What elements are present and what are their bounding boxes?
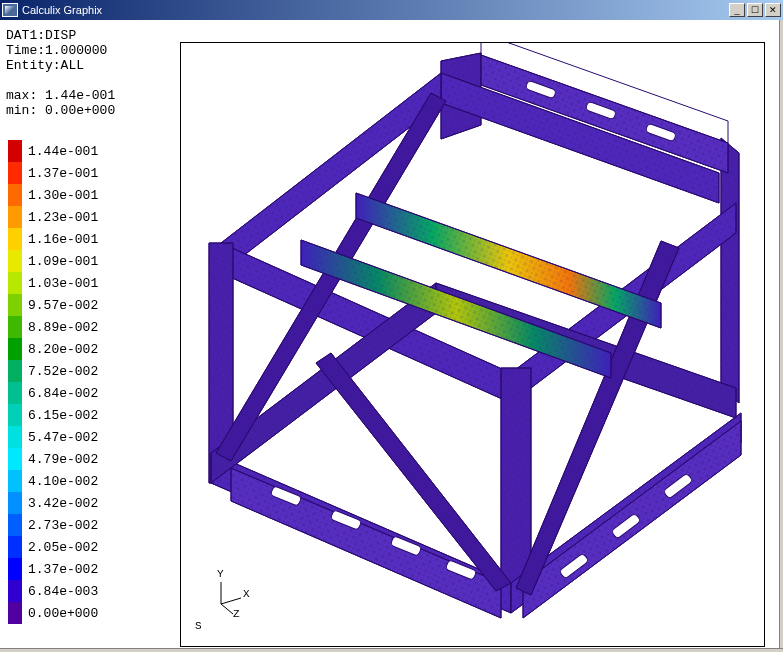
legend-row: 1.03e-001: [8, 272, 98, 294]
legend-swatch: [8, 184, 22, 206]
legend-swatch: [8, 162, 22, 184]
axis-x-label: X: [243, 588, 250, 600]
legend-value-label: 6.84e-002: [28, 386, 98, 401]
legend-value-label: 4.79e-002: [28, 452, 98, 467]
orientation-s-label: S: [195, 620, 202, 632]
axis-z-label: Z: [233, 608, 240, 620]
window-border-right: [779, 20, 783, 652]
legend-swatch: [8, 514, 22, 536]
legend-row: 1.44e-001: [8, 140, 98, 162]
legend-value-label: 1.37e-001: [28, 166, 98, 181]
legend-swatch: [8, 492, 22, 514]
legend-swatch: [8, 448, 22, 470]
legend-row: 2.73e-002: [8, 514, 98, 536]
legend-value-label: 1.30e-001: [28, 188, 98, 203]
legend-value-label: 3.42e-002: [28, 496, 98, 511]
legend-swatch: [8, 140, 22, 162]
axis-y-label: Y: [217, 568, 224, 580]
legend-value-label: 6.84e-003: [28, 584, 98, 599]
legend-value-label: 8.20e-002: [28, 342, 98, 357]
maximize-button[interactable]: ☐: [747, 3, 763, 17]
legend-swatch: [8, 602, 22, 624]
legend-value-label: 1.37e-002: [28, 562, 98, 577]
min-label: min: 0.00e+000: [6, 103, 115, 118]
legend-row: 2.05e-002: [8, 536, 98, 558]
legend-row: 3.42e-002: [8, 492, 98, 514]
minimize-button[interactable]: _: [729, 3, 745, 17]
model-viewport[interactable]: [180, 42, 765, 647]
legend-swatch: [8, 250, 22, 272]
legend-swatch: [8, 206, 22, 228]
legend-value-label: 1.16e-001: [28, 232, 98, 247]
window-title: Calculix Graphix: [22, 4, 729, 16]
max-label: max: 1.44e-001: [6, 88, 115, 103]
legend-value-label: 0.00e+000: [28, 606, 98, 621]
legend-row: 1.16e-001: [8, 228, 98, 250]
svg-line-13: [221, 604, 233, 614]
legend-row: 0.00e+000: [8, 602, 98, 624]
legend-row: 1.09e-001: [8, 250, 98, 272]
legend-value-label: 7.52e-002: [28, 364, 98, 379]
legend-row: 1.23e-001: [8, 206, 98, 228]
legend-swatch: [8, 228, 22, 250]
legend-row: 1.37e-001: [8, 162, 98, 184]
legend-swatch: [8, 470, 22, 492]
legend-swatch: [8, 360, 22, 382]
legend-value-label: 2.05e-002: [28, 540, 98, 555]
legend-value-label: 1.44e-001: [28, 144, 98, 159]
legend-value-label: 5.47e-002: [28, 430, 98, 445]
legend-row: 6.84e-002: [8, 382, 98, 404]
legend-swatch: [8, 558, 22, 580]
legend-row: 6.84e-003: [8, 580, 98, 602]
svg-line-12: [221, 598, 241, 604]
legend-swatch: [8, 580, 22, 602]
legend-swatch: [8, 536, 22, 558]
window-button-group: _ ☐ ✕: [729, 3, 781, 17]
legend-swatch: [8, 382, 22, 404]
legend-value-label: 1.23e-001: [28, 210, 98, 225]
legend-row: 5.47e-002: [8, 426, 98, 448]
legend-row: 8.20e-002: [8, 338, 98, 360]
result-info: DAT1:DISP Time:1.000000 Entity:ALL max: …: [6, 28, 115, 118]
legend-row: 6.15e-002: [8, 404, 98, 426]
color-legend: 1.44e-0011.37e-0011.30e-0011.23e-0011.16…: [8, 140, 98, 624]
legend-value-label: 9.57e-002: [28, 298, 98, 313]
entity-label: Entity:ALL: [6, 58, 84, 73]
legend-swatch: [8, 316, 22, 338]
legend-value-label: 6.15e-002: [28, 408, 98, 423]
dataset-label: DAT1:DISP: [6, 28, 76, 43]
legend-swatch: [8, 426, 22, 448]
legend-row: 7.52e-002: [8, 360, 98, 382]
window-border-bottom: [0, 648, 783, 652]
client-area: DAT1:DISP Time:1.000000 Entity:ALL max: …: [0, 20, 783, 652]
legend-swatch: [8, 338, 22, 360]
app-icon: [2, 3, 18, 17]
fea-model-render: [181, 43, 764, 646]
legend-value-label: 1.03e-001: [28, 276, 98, 291]
window-titlebar: Calculix Graphix _ ☐ ✕: [0, 0, 783, 20]
legend-swatch: [8, 294, 22, 316]
close-button[interactable]: ✕: [765, 3, 781, 17]
legend-row: 1.37e-002: [8, 558, 98, 580]
legend-row: 8.89e-002: [8, 316, 98, 338]
legend-value-label: 8.89e-002: [28, 320, 98, 335]
legend-value-label: 2.73e-002: [28, 518, 98, 533]
legend-swatch: [8, 404, 22, 426]
legend-value-label: 1.09e-001: [28, 254, 98, 269]
legend-value-label: 4.10e-002: [28, 474, 98, 489]
legend-row: 9.57e-002: [8, 294, 98, 316]
time-label: Time:1.000000: [6, 43, 107, 58]
legend-row: 4.10e-002: [8, 470, 98, 492]
legend-swatch: [8, 272, 22, 294]
legend-row: 4.79e-002: [8, 448, 98, 470]
legend-row: 1.30e-001: [8, 184, 98, 206]
